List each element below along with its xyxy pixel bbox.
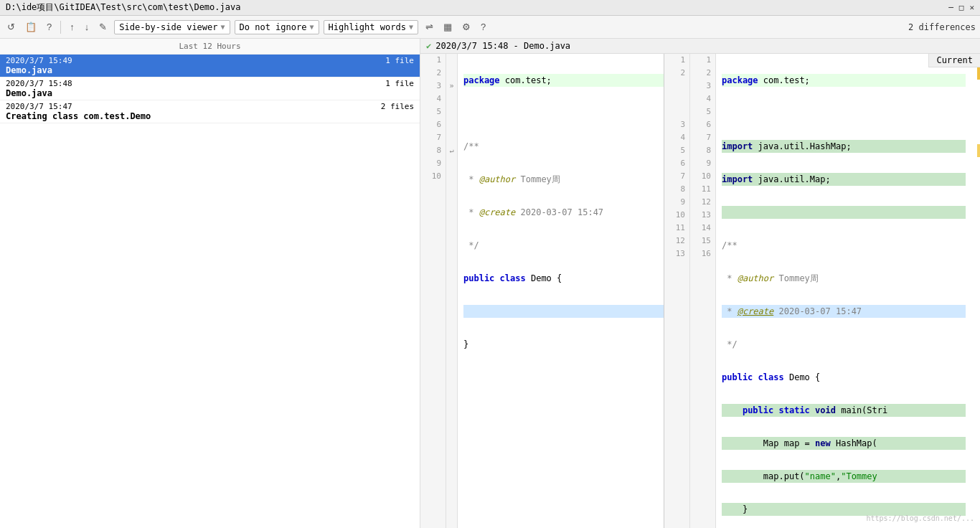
diff-body: 1 2 3 4 5 6 7 8 9 10 (420, 54, 980, 528)
help-button[interactable]: ? (44, 20, 55, 34)
close-button[interactable]: ✕ (969, 3, 974, 12)
left-code-lines: package com.test; /** * @author Tommey周 … (458, 54, 664, 528)
right-line-nums-new: 1 2 3 4 5 6 7 8 9 10 11 12 13 14 (690, 54, 716, 528)
right-line-nums-old: 1 2 3 4 5 6 7 8 9 10 11 12 (664, 54, 690, 528)
settings1-button[interactable]: ▦ (440, 20, 455, 34)
history-item-3[interactable]: 2020/3/7 15:47 2 files Creating class co… (0, 100, 420, 123)
diff-count: 2 differences (908, 22, 976, 32)
toolbar: ↺ 📋 ? ↑ ↓ ✎ Side-by-side viewer ▼ Do not… (0, 16, 980, 39)
highlight-arrow: ▼ (409, 23, 413, 31)
history-files-3: 2 files (381, 102, 414, 111)
history-filename-3: Creating class com.test.Demo (6, 111, 414, 121)
title-path: D:\ide项目\GitIDEA\Test\src\com\test\Demo.… (6, 1, 240, 14)
history-header: Last 12 Hours (0, 39, 420, 55)
diff-marker-1 (977, 67, 980, 80)
left-gutter: » ↵ (446, 54, 458, 528)
history-files-1: 1 file (385, 56, 414, 65)
help2-button[interactable]: ? (478, 20, 489, 34)
history-filename-2: Demo.java (6, 88, 414, 98)
history-item-1[interactable]: 2020/3/7 15:49 1 file Demo.java (0, 55, 420, 77)
diff-timestamp: 2020/3/7 15:48 - Demo.java (435, 41, 570, 51)
left-line-numbers: 1 2 3 4 5 6 7 8 9 10 (420, 54, 446, 528)
ignore-arrow: ▼ (309, 23, 314, 31)
history-item-2[interactable]: 2020/3/7 15:48 1 file Demo.java (0, 77, 420, 100)
prev-diff-button[interactable]: ↑ (67, 20, 77, 34)
maximize-button[interactable]: □ (959, 3, 964, 12)
title-bar: D:\ide项目\GitIDEA\Test\src\com\test\Demo.… (0, 0, 980, 16)
history-date-1: 2020/3/7 15:49 (6, 56, 72, 65)
divider-1 (60, 21, 61, 34)
highlight-label: Highlight words (329, 22, 406, 32)
history-filename-1: Demo.java (6, 65, 414, 75)
ignore-label: Do not ignore (240, 22, 307, 32)
left-code-panel[interactable]: 1 2 3 4 5 6 7 8 9 10 (420, 54, 664, 528)
equalize-button[interactable]: ⇌ (423, 20, 436, 34)
history-date-3: 2020/3/7 15:47 (6, 102, 72, 111)
diff-header: ✔ 2020/3/7 15:48 - Demo.java (420, 39, 980, 54)
right-panel: ✔ 2020/3/7 15:48 - Demo.java 1 2 3 4 5 6… (420, 39, 980, 528)
viewer-arrow: ▼ (221, 23, 225, 31)
next-diff-button[interactable]: ↓ (82, 20, 93, 34)
diff-marker-2 (977, 144, 980, 157)
current-label: Current (928, 54, 980, 67)
left-panel: Last 12 Hours 2020/3/7 15:49 1 file Demo… (0, 39, 420, 528)
viewer-select[interactable]: Side-by-side viewer ▼ (114, 20, 230, 34)
minimize-button[interactable]: ─ (948, 3, 953, 12)
main-layout: Last 12 Hours 2020/3/7 15:49 1 file Demo… (0, 39, 980, 528)
history-list: 2020/3/7 15:49 1 file Demo.java 2020/3/7… (0, 55, 420, 123)
ignore-select[interactable]: Do not ignore ▼ (235, 20, 319, 34)
history-files-2: 1 file (385, 79, 414, 88)
edit-button[interactable]: ✎ (96, 20, 110, 34)
settings2-button[interactable]: ⚙ (459, 20, 473, 34)
undo-button[interactable]: ↺ (4, 20, 18, 34)
check-icon: ✔ (426, 41, 431, 51)
history-date-2: 2020/3/7 15:48 (6, 79, 72, 88)
right-code-lines: package com.test; import java.util.HashM… (716, 54, 980, 528)
viewer-label: Side-by-side viewer (119, 22, 217, 32)
clipboard-button[interactable]: 📋 (22, 20, 39, 34)
highlight-select[interactable]: Highlight words ▼ (324, 20, 418, 34)
right-code-panel[interactable]: Current 1 2 3 4 5 6 7 8 (664, 54, 980, 528)
